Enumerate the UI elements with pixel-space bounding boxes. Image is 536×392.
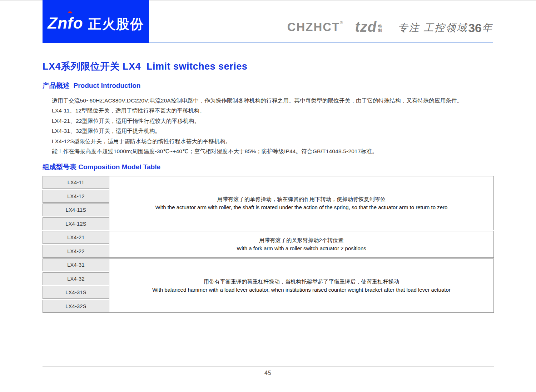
catalog-page: Znfo 正火股份 CHZHCT ® tzd 特 制 专注 工控领域 36 年 … <box>0 0 536 392</box>
product-introduction-heading: 产品概述 Product Introduction <box>43 81 140 90</box>
model-cell: LX4-32S <box>43 300 109 313</box>
model-column: LX4-31LX4-32LX4-31SLX4-32S <box>43 258 109 313</box>
intro-paragraph: LX4-21、22型限位开关，适用于惰性行程较大的平移机构。 <box>52 116 527 126</box>
model-cell: LX4-22 <box>43 245 109 258</box>
tzd-logo-text: tzd <box>355 21 377 33</box>
composition-table-heading: 组成型号表 Composition Model Table <box>43 162 160 172</box>
model-cell: LX4-11 <box>43 176 109 189</box>
description-cell: 用带有滚子的叉形臂操动2个转位置With a fork arm with a r… <box>109 231 494 258</box>
model-cell: LX4-31S <box>43 286 109 299</box>
model-cell: LX4-31 <box>43 258 109 271</box>
intro-paragraph: LX4-31、32型限位开关，适用于提升机构。 <box>52 126 527 136</box>
slogan-prefix: 专注 工控领域 <box>398 23 468 33</box>
description-cell: 用带有滚子的单臂操动，轴在弹簧的作用下转动，使操动臂恢复到零位With the … <box>109 176 494 230</box>
company-slogan: 专注 工控领域 36 年 <box>398 23 493 33</box>
chzhct-logo-text: CHZHCT <box>287 21 340 33</box>
table-group: LX4-31LX4-32LX4-31SLX4-32S用带有平衡重锤的荷重杠杆操动… <box>43 258 494 313</box>
model-cell: LX4-12 <box>43 190 109 203</box>
model-column: LX4-21LX4-22 <box>43 231 109 258</box>
description-english: With a fork arm with a roller switch act… <box>237 244 366 252</box>
intro-paragraph: 适用于交流50~60Hz;AC380V;DC220V;电流20A控制电路中，作为… <box>52 96 527 106</box>
logo-latin-text: Znfo <box>48 14 83 32</box>
slogan-suffix: 年 <box>482 23 493 33</box>
tzd-tag-bottom: 制 <box>378 28 382 33</box>
chzhct-logo: CHZHCT ® <box>287 21 343 33</box>
table-group: LX4-21LX4-22用带有滚子的叉形臂操动2个转位置With a fork … <box>43 231 494 258</box>
intro-paragraph: LX4-12S型限位开关，适用于需防水场合的惰性行程水甚大的平移机构。 <box>52 136 527 146</box>
description-chinese: 用带有滚子的叉形臂操动2个转位置 <box>259 236 344 244</box>
description-chinese: 用带有滚子的单臂操动，轴在弹簧的作用下转动，使操动臂恢复到零位 <box>217 195 386 203</box>
registered-mark: ® <box>340 20 343 25</box>
intro-paragraphs: 适用于交流50~60Hz;AC380V;DC220V;电流20A控制电路中，作为… <box>52 96 527 156</box>
header-brand-row: CHZHCT ® tzd 特 制 专注 工控领域 36 年 <box>287 21 493 33</box>
company-logo: Znfo 正火股份 <box>43 0 149 43</box>
logo-chinese-text: 正火股份 <box>88 15 144 33</box>
company-logo-text: Znfo 正火股份 <box>48 14 144 33</box>
intro-paragraph: LX4-11、12型限位开关，适用于惰性行程不甚大的平移机构。 <box>52 106 527 116</box>
logo-red-accent-icon <box>68 11 73 16</box>
description-english: With balanced hammer with a load lever a… <box>152 286 451 294</box>
footer-divider <box>43 366 494 367</box>
table-group: LX4-11LX4-12LX4-11SLX4-12S用带有滚子的单臂操动，轴在弹… <box>43 176 494 230</box>
page-title: LX4系列限位开关 LX4 Limit switches series <box>43 60 247 73</box>
description-chinese: 用带有平衡重锤的荷重杠杆操动，当机构托架举起了平衡重锤后，使荷重杠杆操动 <box>204 277 399 286</box>
model-column: LX4-11LX4-12LX4-11SLX4-12S <box>43 176 109 230</box>
model-cell: LX4-21 <box>43 231 109 244</box>
description-cell: 用带有平衡重锤的荷重杠杆操动，当机构托架举起了平衡重锤后，使荷重杠杆操动With… <box>109 258 494 313</box>
model-cell: LX4-12S <box>43 217 109 230</box>
page-number: 45 <box>0 370 536 376</box>
tzd-tag-top: 特 <box>378 24 382 29</box>
intro-paragraph: 能工作在海拔高度不超过1000m;周围温度-30℃~+40℃；空气相对湿度不大于… <box>52 146 527 156</box>
model-cell: LX4-11S <box>43 203 109 216</box>
model-cell: LX4-32 <box>43 272 109 285</box>
composition-table: LX4-11LX4-12LX4-11SLX4-12S用带有滚子的单臂操动，轴在弹… <box>43 176 494 313</box>
header-divider <box>149 42 493 43</box>
tzd-tag: 特 制 <box>378 24 382 33</box>
description-english: With the actuator arm with roller, the s… <box>155 203 448 211</box>
tzd-logo: tzd 特 制 <box>355 21 382 33</box>
slogan-years-number: 36 <box>468 23 482 33</box>
